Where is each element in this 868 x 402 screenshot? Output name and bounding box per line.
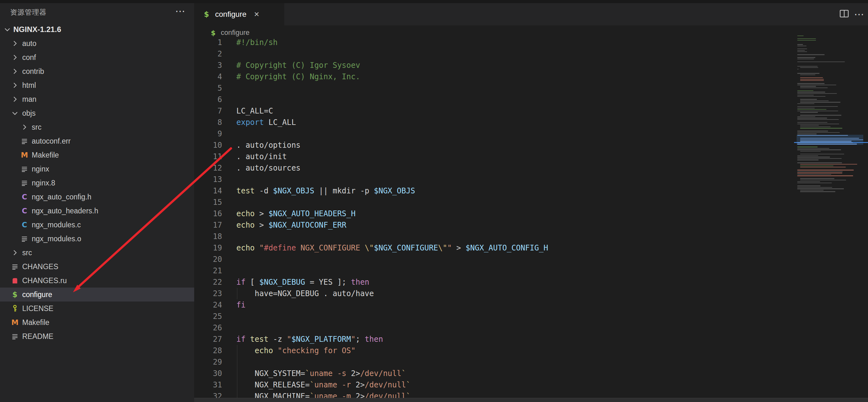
code-line-2[interactable]: 2 bbox=[194, 48, 868, 60]
line-number: 27 bbox=[194, 335, 222, 344]
tree-item-changes[interactable]: CHANGES bbox=[0, 260, 194, 274]
code-line-24[interactable]: 24fi bbox=[194, 299, 868, 311]
minimap-code-row bbox=[797, 162, 842, 163]
tree-item-label: ngx_modules.c bbox=[32, 221, 81, 229]
code-line-12[interactable]: 12. auto/sources bbox=[194, 162, 868, 174]
code-editor[interactable]: 1#!/bin/sh23# Copyright (C) Igor Sysoev4… bbox=[194, 37, 868, 402]
code-line-text: export LC_ALL bbox=[236, 118, 296, 127]
tree-item-label: README bbox=[22, 332, 53, 341]
tree-item-auto[interactable]: auto bbox=[0, 36, 194, 51]
minimap[interactable] bbox=[794, 3, 868, 402]
code-line-15[interactable]: 15 bbox=[194, 197, 868, 208]
file-lines-icon bbox=[20, 235, 29, 243]
code-line-26[interactable]: 26 bbox=[194, 322, 868, 334]
code-line-25[interactable]: 25 bbox=[194, 311, 868, 322]
code-line-13[interactable]: 13 bbox=[194, 174, 868, 185]
code-line-text: NGX_RELEASE=`uname -r 2>/dev/null` bbox=[236, 380, 410, 389]
line-number: 9 bbox=[194, 129, 222, 138]
minimap-code-row bbox=[797, 155, 818, 156]
minimap-code-row bbox=[797, 157, 830, 157]
tree-item-configure[interactable]: $configure bbox=[0, 288, 194, 302]
code-line-29[interactable]: 29 bbox=[194, 356, 868, 368]
breadcrumb-item: configure bbox=[221, 29, 250, 37]
book-red-icon bbox=[11, 276, 19, 285]
code-line-22[interactable]: 22if [ $NGX_DEBUG = YES ]; then bbox=[194, 276, 868, 288]
tree-item-license[interactable]: LICENSE bbox=[0, 302, 194, 315]
tree-item-conf[interactable]: conf bbox=[0, 51, 194, 64]
code-line-1[interactable]: 1#!/bin/sh bbox=[194, 37, 868, 48]
minimap-code-row bbox=[800, 99, 817, 100]
tree-item-man[interactable]: man bbox=[0, 92, 194, 106]
minimap-code-row bbox=[797, 133, 816, 134]
tree-item-ngx-auto-headers.h[interactable]: Cngx_auto_headers.h bbox=[0, 204, 194, 218]
tree-item-readme[interactable]: README bbox=[0, 329, 194, 343]
code-line-18[interactable]: 18 bbox=[194, 231, 868, 242]
tree-item-src[interactable]: src bbox=[0, 120, 194, 134]
code-line-text: fi bbox=[236, 301, 246, 309]
tree-item-label: objs bbox=[22, 109, 35, 118]
code-line-7[interactable]: 7LC_ALL=C bbox=[194, 105, 868, 117]
code-line-9[interactable]: 9 bbox=[194, 128, 868, 139]
code-line-6[interactable]: 6 bbox=[194, 94, 868, 105]
code-line-28[interactable]: 28 echo "checking for OS" bbox=[194, 345, 868, 356]
code-line-14[interactable]: 14test -d $NGX_OBJS || mkdir -p $NGX_OBJ… bbox=[194, 185, 868, 197]
makefile-icon: M bbox=[20, 151, 29, 159]
explorer-more-actions-icon[interactable]: ⋯ bbox=[175, 5, 185, 17]
code-line-text: . auto/init bbox=[236, 152, 287, 161]
code-line-31[interactable]: 31 NGX_RELEASE=`uname -r 2>/dev/null` bbox=[194, 379, 868, 391]
code-line-21[interactable]: 21 bbox=[194, 265, 868, 276]
minimap-code-row bbox=[797, 59, 814, 59]
code-line-text: LC_ALL=C bbox=[236, 106, 273, 115]
tree-item-autoconf.err[interactable]: autoconf.err bbox=[0, 134, 194, 148]
code-line-19[interactable]: 19echo "#define NGX_CONFIGURE \"$NGX_CON… bbox=[194, 242, 868, 254]
close-tab-icon[interactable]: × bbox=[254, 10, 259, 19]
tree-item-nginx[interactable]: nginx bbox=[0, 162, 194, 176]
tree-item-changes.ru[interactable]: CHANGES.ru bbox=[0, 274, 194, 288]
code-line-23[interactable]: 23 have=NGX_DEBUG . auto/have bbox=[194, 288, 868, 299]
tree-item-html[interactable]: html bbox=[0, 78, 194, 92]
explorer-header: 资源管理器 ⋯ bbox=[0, 3, 194, 22]
tab-configure[interactable]: $ configure × bbox=[194, 3, 284, 25]
tree-item-objs[interactable]: objs bbox=[0, 106, 194, 120]
tree-item-nginx.8[interactable]: nginx.8 bbox=[0, 176, 194, 190]
minimap-code-row bbox=[800, 102, 840, 102]
tree-item-src[interactable]: src bbox=[0, 246, 194, 260]
code-line-27[interactable]: 27if test -z "$NGX_PLATFORM"; then bbox=[194, 334, 868, 345]
editor-group: $ configure × ⋯ $ configure 1#!/bin/sh23… bbox=[194, 3, 868, 402]
code-line-20[interactable]: 20 bbox=[194, 254, 868, 265]
minimap-code-row bbox=[797, 135, 848, 136]
minimap-code-row bbox=[797, 148, 829, 149]
minimap-code-row bbox=[797, 69, 799, 69]
code-line-4[interactable]: 4# Copyright (C) Nginx, Inc. bbox=[194, 71, 868, 82]
tree-item-label: configure bbox=[22, 291, 52, 299]
window-top-edge bbox=[0, 0, 868, 3]
code-line-3[interactable]: 3# Copyright (C) Igor Sysoev bbox=[194, 60, 868, 71]
code-line-text: NGX_SYSTEM=`uname -s 2>/dev/null` bbox=[236, 369, 406, 378]
minimap-code-row bbox=[800, 190, 824, 191]
tree-item-makefile[interactable]: MMakefile bbox=[0, 148, 194, 162]
code-line-5[interactable]: 5 bbox=[194, 82, 868, 94]
code-line-10[interactable]: 10. auto/options bbox=[194, 139, 868, 151]
tree-item-ngx-modules.o[interactable]: ngx_modules.o bbox=[0, 232, 194, 246]
line-number: 7 bbox=[194, 106, 222, 115]
file-tree: NGINX-1.21.6autoconfcontribhtmlmanobjssr… bbox=[0, 23, 194, 343]
minimap-code-row bbox=[797, 50, 805, 51]
minimap-code-row bbox=[800, 141, 851, 141]
tree-item-label: Makefile bbox=[22, 318, 50, 327]
tree-item-nginx-1.21.6[interactable]: NGINX-1.21.6 bbox=[0, 23, 194, 36]
code-line-8[interactable]: 8export LC_ALL bbox=[194, 117, 868, 128]
horizontal-scrollbar[interactable] bbox=[194, 398, 868, 402]
tree-item-label: nginx.8 bbox=[32, 179, 55, 188]
tree-item-makefile[interactable]: MMakefile bbox=[0, 315, 194, 329]
line-number: 19 bbox=[194, 243, 222, 253]
code-line-17[interactable]: 17echo > $NGX_AUTOCONF_ERR bbox=[194, 220, 868, 231]
tree-item-contrib[interactable]: contrib bbox=[0, 64, 194, 78]
code-line-11[interactable]: 11. auto/init bbox=[194, 151, 868, 162]
minimap-code-row bbox=[800, 100, 829, 101]
code-line-text: #!/bin/sh bbox=[236, 38, 278, 47]
tree-item-ngx-auto-config.h[interactable]: Cngx_auto_config.h bbox=[0, 190, 194, 204]
code-line-16[interactable]: 16echo > $NGX_AUTO_HEADERS_H bbox=[194, 208, 868, 220]
code-line-text: have=NGX_DEBUG . auto/have bbox=[236, 289, 374, 298]
code-line-30[interactable]: 30 NGX_SYSTEM=`uname -s 2>/dev/null` bbox=[194, 368, 868, 379]
tree-item-ngx-modules.c[interactable]: Cngx_modules.c bbox=[0, 218, 194, 232]
